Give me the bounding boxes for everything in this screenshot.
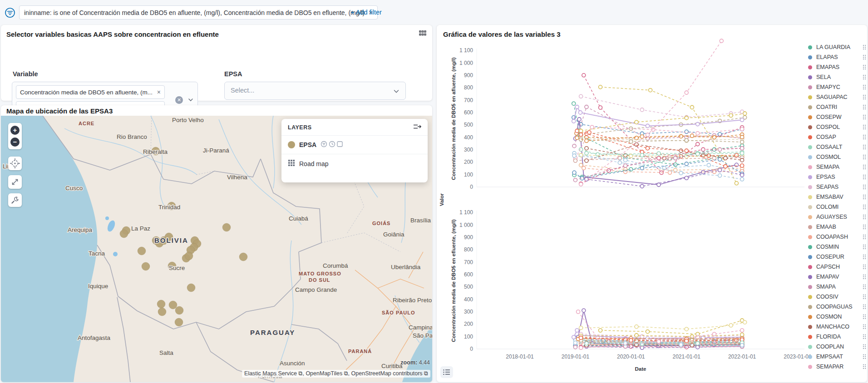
legend-drag-icon[interactable]: [863, 254, 866, 260]
legend-drag-icon[interactable]: [863, 204, 866, 210]
fit-to-data-button[interactable]: [8, 157, 22, 170]
epsa-map-dot[interactable]: [175, 318, 183, 326]
variable-pill-1[interactable]: Concentración media de DBO5 en afluente,…: [16, 85, 165, 99]
legend-item[interactable]: EPSAS: [808, 172, 866, 182]
legend-drag-icon[interactable]: [863, 104, 866, 110]
legend-item[interactable]: COSAALT: [808, 142, 866, 152]
legend-drag-icon[interactable]: [863, 84, 866, 90]
legend-item[interactable]: SEAPAS: [808, 182, 866, 192]
legend-item[interactable]: COLOMI: [808, 202, 866, 212]
legend-drag-icon[interactable]: [863, 114, 866, 120]
legend-drag-icon[interactable]: [863, 274, 866, 280]
legend-item[interactable]: LA GUARDIA: [808, 42, 866, 52]
legend-drag-icon[interactable]: [863, 94, 866, 100]
legend-drag-icon[interactable]: [863, 44, 866, 50]
legend-drag-icon[interactable]: [863, 164, 866, 170]
legend-drag-icon[interactable]: [863, 124, 866, 130]
epsa-map-dot[interactable]: [142, 262, 150, 270]
legend-drag-icon[interactable]: [863, 284, 866, 290]
legend-drag-icon[interactable]: [863, 314, 866, 319]
legend-item[interactable]: EMAPAV: [808, 272, 866, 282]
chevron-down-icon[interactable]: [393, 88, 400, 97]
epsa-select[interactable]: Select...: [224, 82, 406, 100]
legend-item[interactable]: CAPSCH: [808, 262, 866, 272]
legend-drag-icon[interactable]: [863, 354, 866, 359]
legend-item[interactable]: AGUAYSES: [808, 212, 866, 222]
legend-item[interactable]: ELAPAS: [808, 52, 866, 62]
legend-drag-icon[interactable]: [863, 154, 866, 160]
legend-drag-icon[interactable]: [863, 54, 866, 60]
layer-time-icon[interactable]: [329, 141, 335, 149]
legend-item[interactable]: MANCHACO: [808, 322, 866, 332]
legend-drag-icon[interactable]: [863, 344, 866, 349]
legend-drag-icon[interactable]: [863, 184, 866, 190]
legend-toggle-button[interactable]: [440, 366, 453, 378]
epsa-map-dot[interactable]: [157, 300, 165, 308]
panel-options-icon[interactable]: [418, 29, 428, 38]
epsa-map-dot[interactable]: [158, 308, 166, 316]
layer-row-roadmap[interactable]: Road map: [281, 154, 428, 173]
layer-row-epsa[interactable]: EPSA: [281, 136, 428, 154]
legend-item[interactable]: COSPOL: [808, 122, 866, 132]
legend-drag-icon[interactable]: [863, 304, 866, 309]
legend-item[interactable]: COSEPW: [808, 112, 866, 122]
zoom-in-button[interactable]: +: [10, 126, 20, 135]
legend-drag-icon[interactable]: [863, 324, 866, 329]
filter-icon[interactable]: [5, 7, 15, 20]
chevron-down-icon[interactable]: [187, 97, 194, 105]
legend-drag-icon[interactable]: [863, 244, 866, 250]
layer-filter-icon[interactable]: [321, 141, 327, 149]
fullscreen-button[interactable]: [8, 175, 22, 189]
legend-item[interactable]: SEMAPAR: [808, 362, 866, 372]
zoom-out-button[interactable]: −: [10, 137, 20, 147]
epsa-map-dot[interactable]: [187, 284, 195, 292]
legend-item[interactable]: COATRI: [808, 102, 866, 112]
legend-item[interactable]: COSAP: [808, 132, 866, 142]
map-canvas[interactable]: ACREPorto VelhoRio BrancoRiberaltaJi-Par…: [1, 116, 432, 382]
epsa-map-dot[interactable]: [175, 306, 183, 314]
epsa-map-dot[interactable]: [185, 252, 193, 260]
legend-drag-icon[interactable]: [863, 364, 866, 369]
legend-item[interactable]: EMPSAAT: [808, 352, 866, 362]
epsa-map-dot[interactable]: [138, 247, 146, 255]
layer-visibility-checkbox[interactable]: [337, 141, 343, 148]
legend-drag-icon[interactable]: [863, 334, 866, 339]
legend-item[interactable]: SEMAPA: [808, 162, 866, 172]
legend-item[interactable]: COOSIV: [808, 292, 866, 302]
legend-drag-icon[interactable]: [863, 214, 866, 220]
legend-drag-icon[interactable]: [863, 234, 866, 240]
legend-item[interactable]: EMSABAV: [808, 192, 866, 202]
map-attribution[interactable]: Elastic Maps Service ⧉, OpenMapTiles ⧉, …: [242, 370, 430, 378]
legend-item[interactable]: COSMIN: [808, 242, 866, 252]
collapse-layers-icon[interactable]: [413, 123, 421, 132]
legend-item[interactable]: COOPAGUAS: [808, 302, 866, 312]
add-filter-button[interactable]: + Add filter: [350, 9, 382, 16]
filter-pill[interactable]: ininname: is one of Concentración media …: [19, 5, 378, 20]
clear-variables-icon[interactable]: ✕: [175, 96, 183, 104]
legend-drag-icon[interactable]: [863, 144, 866, 150]
legend-item[interactable]: COOPLAN: [808, 342, 866, 352]
epsa-map-dot[interactable]: [239, 253, 247, 261]
legend-item[interactable]: COOAPASH: [808, 232, 866, 242]
legend-item[interactable]: EMAPYC: [808, 82, 866, 92]
remove-variable-1-icon[interactable]: ×: [157, 88, 161, 96]
legend-item[interactable]: COSMOL: [808, 152, 866, 162]
legend-item[interactable]: SMAPA: [808, 282, 866, 292]
epsa-map-dot[interactable]: [222, 223, 231, 231]
legend-drag-icon[interactable]: [863, 294, 866, 300]
legend-drag-icon[interactable]: [863, 74, 866, 80]
epsa-map-dot[interactable]: [169, 301, 177, 309]
legend-drag-icon[interactable]: [863, 194, 866, 200]
legend-drag-icon[interactable]: [863, 174, 866, 180]
legend-drag-icon[interactable]: [863, 134, 866, 140]
legend-item[interactable]: FLORIDA: [808, 332, 866, 342]
legend-item[interactable]: SAGUAPAC: [808, 92, 866, 102]
legend-item[interactable]: COSMON: [808, 312, 866, 322]
legend-drag-icon[interactable]: [863, 64, 866, 70]
legend-item[interactable]: EMAPAS: [808, 62, 866, 72]
legend-item[interactable]: EMAAB: [808, 222, 866, 232]
legend-drag-icon[interactable]: [863, 224, 866, 230]
legend-item[interactable]: COSEPUR: [808, 252, 866, 262]
tools-wrench-button[interactable]: [8, 193, 22, 207]
legend-item[interactable]: SELA: [808, 72, 866, 82]
